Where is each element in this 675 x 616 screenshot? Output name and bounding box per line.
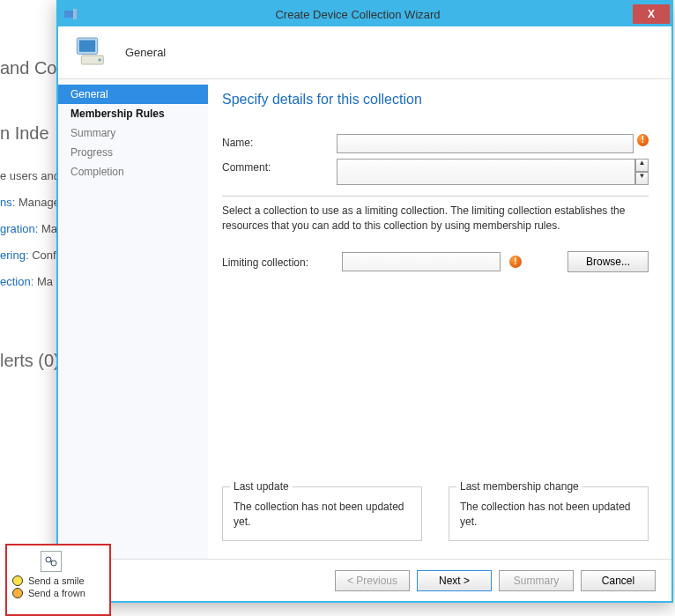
smile-icon	[12, 575, 23, 586]
groupbox-last-membership: Last membership change The collection ha…	[449, 486, 649, 541]
svg-rect-0	[64, 11, 73, 18]
header-panel: General	[58, 26, 671, 79]
wizard-icon	[63, 7, 78, 21]
wizard-window: Create Device Collection Wizard X Genera…	[56, 0, 673, 603]
groupbox-last-update: Last update The collection has not been …	[222, 486, 422, 541]
last-update-legend: Last update	[230, 480, 293, 493]
bg-line-2: ns: Manage	[0, 196, 60, 209]
last-update-text: The collection has not been updated yet.	[234, 500, 411, 530]
titlebar[interactable]: Create Device Collection Wizard X	[58, 2, 671, 26]
svg-rect-1	[73, 9, 77, 19]
send-frown[interactable]: Send a frown	[12, 588, 104, 598]
content-panel: Specify details for this collection Name…	[208, 79, 671, 559]
name-row: Name: !	[222, 134, 649, 153]
name-label: Name:	[222, 134, 337, 149]
bg-heading-2: n Inde	[0, 123, 49, 144]
send-smile[interactable]: Send a smile	[12, 575, 104, 586]
last-membership-text: The collection has not been updated yet.	[460, 500, 637, 530]
comment-input[interactable]	[337, 159, 635, 185]
bg-line-5: ection: Ma	[0, 275, 53, 288]
last-membership-legend: Last membership change	[456, 480, 582, 493]
limiting-row: Limiting collection: ! Browse...	[222, 251, 649, 272]
comment-row: Comment: ▲ ▼	[222, 159, 649, 185]
bg-line-4: ering: Confi	[0, 249, 59, 262]
cancel-button[interactable]: Cancel	[581, 570, 656, 591]
send-smile-label: Send a smile	[28, 575, 85, 586]
close-button[interactable]: X	[633, 4, 670, 24]
header-title: General	[125, 46, 166, 59]
feedback-toolbar-icon[interactable]	[41, 551, 62, 572]
next-button[interactable]: Next >	[417, 570, 492, 591]
frown-icon	[12, 588, 23, 598]
feedback-popup: Send a smile Send a frown	[5, 544, 111, 616]
window-title: Create Device Collection Wizard	[83, 8, 633, 21]
bg-line-3: gration: Ma	[0, 222, 57, 235]
wizard-footer: < Previous Next > Summary Cancel	[58, 559, 671, 601]
divider	[222, 196, 649, 197]
sidebar-item-general[interactable]: General	[58, 85, 208, 104]
groupboxes: Last update The collection has not been …	[222, 486, 649, 541]
name-input[interactable]	[337, 134, 634, 153]
error-icon: !	[509, 256, 522, 268]
computer-icon	[74, 33, 109, 71]
sidebar-item-summary[interactable]: Summary	[58, 123, 208, 143]
comment-spin-down[interactable]: ▼	[635, 172, 649, 185]
previous-button[interactable]: < Previous	[335, 570, 410, 591]
comment-spin-up[interactable]: ▲	[635, 159, 649, 172]
svg-point-5	[99, 58, 101, 61]
summary-button[interactable]: Summary	[499, 570, 574, 591]
sidebar-item-progress[interactable]: Progress	[58, 143, 208, 162]
send-frown-label: Send a frown	[28, 588, 85, 598]
sidebar: General Membership Rules Summary Progres…	[58, 79, 208, 559]
error-icon: !	[637, 134, 649, 146]
svg-rect-3	[79, 41, 95, 52]
wizard-body: General Membership Rules Summary Progres…	[58, 79, 671, 559]
bg-heading-1: and Co	[0, 58, 57, 78]
sidebar-item-membership-rules[interactable]: Membership Rules	[58, 104, 208, 123]
sidebar-item-completion[interactable]: Completion	[58, 162, 208, 182]
browse-button[interactable]: Browse...	[567, 251, 649, 272]
bg-line-1: e users and	[0, 169, 60, 182]
limiting-label: Limiting collection:	[222, 254, 337, 269]
page-heading: Specify details for this collection	[222, 92, 649, 108]
bg-heading-3: lerts (0)	[0, 351, 60, 371]
limiting-input[interactable]	[342, 252, 501, 271]
comment-label: Comment:	[222, 159, 337, 174]
help-text: Select a collection to use as a limiting…	[222, 204, 649, 234]
